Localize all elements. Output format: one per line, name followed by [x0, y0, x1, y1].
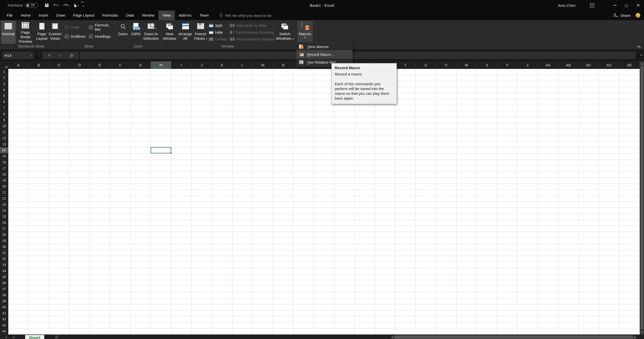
- column-header-x[interactable]: X: [477, 61, 497, 69]
- row-header-34[interactable]: 34: [0, 268, 8, 274]
- column-header-j[interactable]: J: [192, 61, 212, 69]
- new-window-button[interactable]: New Window: [162, 21, 177, 44]
- column-header-aa[interactable]: AA: [538, 61, 558, 69]
- column-header-d[interactable]: D: [69, 61, 90, 69]
- row-header-15[interactable]: 15: [0, 153, 8, 159]
- row-header-30[interactable]: 30: [0, 244, 8, 250]
- hide-button[interactable]: Hide: [208, 29, 227, 36]
- tab-home[interactable]: Home: [17, 11, 35, 20]
- row-header-6[interactable]: 6: [0, 99, 8, 105]
- page-layout-view-button[interactable]: Page Layout: [35, 21, 48, 44]
- cancel-button[interactable]: ✕: [45, 53, 54, 58]
- cells-area[interactable]: [8, 69, 640, 334]
- smiley-feedback-icon[interactable]: [635, 13, 640, 18]
- zoom-100-button[interactable]: 100 100%: [129, 21, 142, 44]
- macros-button[interactable]: Macros ▾: [297, 21, 313, 44]
- row-header-32[interactable]: 32: [0, 256, 8, 262]
- row-header-44[interactable]: 44: [0, 328, 8, 334]
- share-button[interactable]: Share: [613, 13, 630, 18]
- vertical-scrollbar-thumb[interactable]: [640, 66, 643, 329]
- zoom-to-selection-button[interactable]: Zoom to Selection: [142, 21, 159, 44]
- user-name[interactable]: Ares Chen: [558, 3, 576, 8]
- row-header-21[interactable]: 21: [0, 190, 8, 196]
- row-header-11[interactable]: 11: [0, 129, 8, 135]
- column-header-f[interactable]: F: [110, 61, 131, 69]
- horizontal-scrollbar[interactable]: ◀ ▶: [390, 335, 637, 339]
- ribbon-display-options-button[interactable]: [586, 0, 598, 11]
- column-header-z[interactable]: Z: [518, 61, 538, 69]
- tab-add-ins[interactable]: Add-ins: [175, 11, 196, 20]
- row-header-18[interactable]: 18: [0, 172, 8, 178]
- column-header-ab[interactable]: AB: [558, 61, 579, 69]
- column-header-c[interactable]: C: [49, 61, 69, 69]
- freeze-panes-button[interactable]: Freeze Panes ▾: [193, 21, 208, 44]
- row-header-42[interactable]: 42: [0, 316, 8, 322]
- tab-team[interactable]: Team: [195, 11, 213, 20]
- zoom-button[interactable]: Zoom: [116, 21, 129, 44]
- tab-page-layout[interactable]: Page Layout: [69, 11, 98, 20]
- row-header-43[interactable]: 43: [0, 322, 8, 328]
- row-header-39[interactable]: 39: [0, 298, 8, 304]
- column-header-ae[interactable]: AE: [619, 61, 640, 69]
- previous-sheet-arrow-icon[interactable]: ◂: [5, 335, 7, 339]
- column-header-v[interactable]: V: [436, 61, 456, 69]
- normal-view-button[interactable]: Normal: [1, 21, 16, 44]
- column-header-b[interactable]: B: [29, 61, 49, 69]
- formula-input[interactable]: [80, 52, 636, 59]
- row-header-38[interactable]: 38: [0, 292, 8, 298]
- tab-insert[interactable]: Insert: [35, 11, 52, 20]
- row-header-17[interactable]: 17: [0, 165, 8, 172]
- name-box-dropdown-icon[interactable]: ▾: [30, 54, 34, 57]
- scroll-left-arrow-icon[interactable]: ◀: [390, 336, 394, 338]
- name-box[interactable]: ▾: [2, 52, 34, 59]
- row-header-14[interactable]: 14: [0, 147, 8, 153]
- arrange-all-button[interactable]: Arrange All: [177, 21, 193, 44]
- checkbox-formula-bar[interactable]: ✓Formula Bar: [89, 23, 115, 31]
- row-header-2[interactable]: 2: [0, 75, 8, 81]
- row-header-3[interactable]: 3: [0, 81, 8, 87]
- scroll-down-arrow-icon[interactable]: ▼: [640, 330, 644, 334]
- row-header-27[interactable]: 27: [0, 226, 8, 232]
- row-header-37[interactable]: 37: [0, 286, 8, 292]
- vertical-scrollbar[interactable]: ▲ ▼: [640, 61, 644, 334]
- row-header-36[interactable]: 36: [0, 280, 8, 286]
- row-header-41[interactable]: 41: [0, 310, 8, 316]
- menu-item-view-macros[interactable]: View Macros: [297, 43, 352, 51]
- tab-file[interactable]: File: [3, 11, 17, 20]
- horizontal-scrollbar-thumb[interactable]: [394, 335, 633, 339]
- row-header-10[interactable]: 10: [0, 123, 8, 129]
- row-header-12[interactable]: 12: [0, 135, 8, 141]
- row-header-5[interactable]: 5: [0, 93, 8, 99]
- scroll-up-arrow-icon[interactable]: ▲: [640, 61, 644, 66]
- enter-button[interactable]: ✓: [56, 53, 65, 58]
- column-header-ad[interactable]: AD: [599, 61, 619, 69]
- row-header-29[interactable]: 29: [0, 238, 8, 244]
- next-sheet-arrow-icon[interactable]: ▸: [13, 335, 15, 339]
- collapse-ribbon-button[interactable]: [637, 46, 640, 48]
- column-header-m[interactable]: M: [253, 61, 273, 69]
- sheet-tab-sheet1[interactable]: Sheet1: [25, 335, 44, 339]
- tab-view[interactable]: View: [158, 11, 175, 20]
- row-header-7[interactable]: 7: [0, 105, 8, 111]
- column-header-k[interactable]: K: [212, 61, 232, 69]
- row-header-20[interactable]: 20: [0, 184, 8, 190]
- row-header-13[interactable]: 13: [0, 141, 8, 147]
- menu-item-record-macro[interactable]: Record Macro...: [297, 51, 352, 58]
- row-header-19[interactable]: 19: [0, 178, 8, 184]
- row-header-26[interactable]: 26: [0, 220, 8, 226]
- row-header-35[interactable]: 35: [0, 274, 8, 280]
- formula-input-box[interactable]: [80, 52, 636, 59]
- split-button[interactable]: Split: [208, 22, 227, 29]
- column-header-a[interactable]: A: [8, 61, 29, 69]
- tell-me-box[interactable]: Tell me what you want to do: [219, 11, 271, 20]
- row-header-4[interactable]: 4: [0, 87, 8, 93]
- checkbox-headings[interactable]: ✓Headings: [89, 34, 115, 38]
- expand-formula-bar-icon[interactable]: ▾: [640, 54, 642, 57]
- row-header-33[interactable]: 33: [0, 262, 8, 268]
- row-header-23[interactable]: 23: [0, 202, 8, 208]
- tab-formulas[interactable]: Formulas: [98, 11, 122, 20]
- minimize-button[interactable]: [609, 0, 621, 11]
- column-header-e[interactable]: E: [90, 61, 110, 69]
- column-header-y[interactable]: Y: [497, 61, 518, 69]
- custom-views-button[interactable]: Custom Views: [48, 21, 62, 44]
